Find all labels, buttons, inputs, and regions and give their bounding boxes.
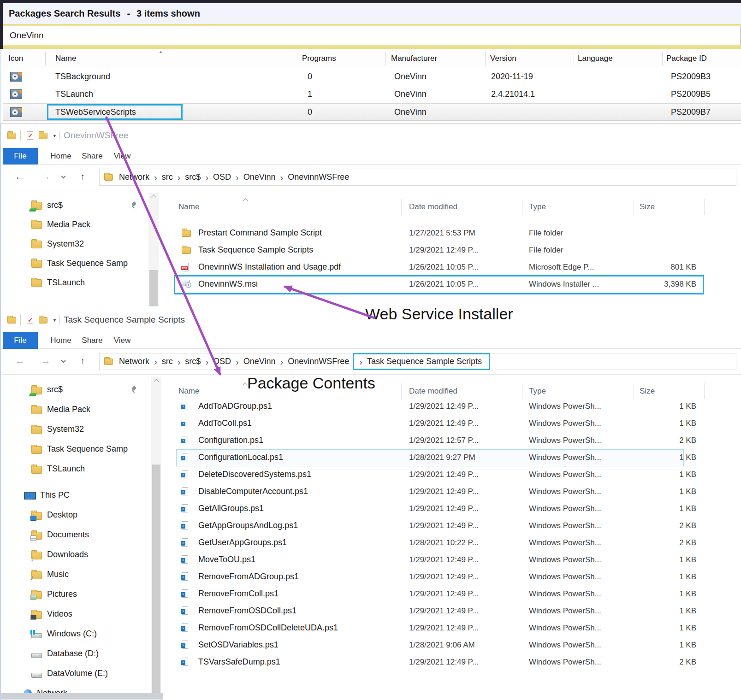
column-header-manufacturer[interactable]: Manufacturer xyxy=(391,54,437,63)
tab-share[interactable]: Share xyxy=(75,148,110,165)
column-divider[interactable] xyxy=(401,383,402,399)
breadcrumb-item-onevinn[interactable]: OneVinn xyxy=(243,172,276,182)
breadcrumb-item-src[interactable]: src$ xyxy=(185,172,201,182)
sidebar-item-documents[interactable]: Documents xyxy=(1,525,148,545)
sidebar-item-videos[interactable]: Videos xyxy=(1,604,148,624)
file-row-onevinnws-installation-and-usage-pdf[interactable]: OnevinnWS Installation and Usage.pdf1/26… xyxy=(162,259,741,276)
sidebar-scrollbar[interactable] xyxy=(151,377,161,699)
column-divider[interactable] xyxy=(634,383,634,399)
new-folder-icon[interactable] xyxy=(39,133,47,139)
scroll-up-icon[interactable] xyxy=(151,194,156,200)
breadcrumb-item-src[interactable]: src xyxy=(162,172,173,182)
sidebar-item-tslaunch[interactable]: TSLaunch xyxy=(1,273,148,292)
sidebar-item-src[interactable]: src$ xyxy=(1,195,148,215)
breadcrumb-item-onevinn[interactable]: OneVinn xyxy=(243,357,276,366)
file-row-addtocoll-ps1[interactable]: AddToColl.ps11/29/2021 12:49 P...Windows… xyxy=(162,415,741,432)
back-button[interactable]: ← xyxy=(15,171,25,182)
column-header-programs[interactable]: Programs xyxy=(302,54,336,63)
column-divider[interactable] xyxy=(45,52,46,65)
sidebar-item-task-sequence-samp[interactable]: Task Sequence Samp xyxy=(1,253,148,273)
up-button[interactable]: ↑ xyxy=(80,355,85,367)
breadcrumb-item-osd[interactable]: OSD xyxy=(213,172,231,182)
tab-file[interactable]: File xyxy=(3,148,38,165)
column-divider[interactable] xyxy=(704,383,705,399)
scrollbar-thumb[interactable] xyxy=(149,270,158,306)
column-header-type[interactable]: Type xyxy=(529,387,546,396)
tab-home[interactable]: Home xyxy=(43,148,78,165)
properties-check-icon[interactable] xyxy=(27,131,33,140)
new-folder-icon[interactable] xyxy=(39,317,47,324)
customize-toolbar-dropdown-icon[interactable]: ▼ xyxy=(53,134,57,138)
scroll-up-icon[interactable] xyxy=(154,379,159,384)
file-row-configurationlocal-ps1[interactable]: ConfigurationLocal.ps11/28/2021 9:27 PMW… xyxy=(162,449,741,466)
sidebar-item-music[interactable]: Music xyxy=(1,565,148,584)
sidebar-item-media-pack[interactable]: Media Pack xyxy=(1,400,148,419)
file-row-configuration-ps1[interactable]: Configuration.ps11/29/2021 12:57 P...Win… xyxy=(162,432,741,449)
recent-locations-chevron-icon[interactable] xyxy=(61,174,66,179)
breadcrumb-item-network[interactable]: Network xyxy=(119,357,149,366)
sidebar-item-windows-c[interactable]: Windows (C:) xyxy=(1,624,148,644)
search-input[interactable] xyxy=(3,26,741,45)
breadcrumb-item-task-sequence-sample-scripts[interactable]: Task Sequence Sample Scripts xyxy=(367,357,482,366)
recent-locations-chevron-icon[interactable] xyxy=(61,359,66,363)
tab-home[interactable]: Home xyxy=(43,332,78,349)
sidebar-item-tslaunch[interactable]: TSLaunch xyxy=(1,459,148,479)
file-row-getuserappgroups-ps1[interactable]: GetUserAppGroups.ps11/28/2021 10:22 P...… xyxy=(162,535,741,552)
column-header-name[interactable]: Name xyxy=(178,387,199,396)
scrollbar-thumb[interactable] xyxy=(152,465,160,695)
sidebar-item-this-pc[interactable]: This PC xyxy=(1,485,148,505)
back-button[interactable]: ← xyxy=(15,355,25,367)
column-header-icon[interactable]: Icon xyxy=(8,54,23,63)
folder-icon[interactable] xyxy=(7,133,16,139)
sidebar-item-datavolume-e[interactable]: DataVolume (E:) xyxy=(1,664,148,683)
sidebar-item-system32[interactable]: System32 xyxy=(1,419,148,439)
column-header-date-modified[interactable]: Date modified xyxy=(409,202,457,212)
sidebar-item-desktop[interactable]: Desktop xyxy=(1,505,148,525)
properties-check-icon[interactable] xyxy=(27,316,33,324)
file-row-onevinnws-msi[interactable]: OnevinnWS.msi1/26/2021 10:05 P...Windows… xyxy=(162,276,741,293)
file-row-task-sequence-sample-scripts[interactable]: Task Sequence Sample Scripts1/29/2021 12… xyxy=(162,242,741,259)
sidebar-horizontal-scrollbar[interactable] xyxy=(1,693,163,700)
file-row-setosdvariables-ps1[interactable]: SetOSDVariables.ps11/28/2021 9:06 AMWind… xyxy=(162,637,741,654)
column-divider[interactable] xyxy=(485,52,486,65)
file-row-removefromcoll-ps1[interactable]: RemoveFromColl.ps11/29/2021 12:49 P...Wi… xyxy=(162,586,741,603)
sidebar-item-pictures[interactable]: Pictures xyxy=(1,584,148,604)
file-row-prestart-command-sample-script[interactable]: Prestart Command Sample Script1/27/2021 … xyxy=(162,225,741,242)
tab-view[interactable]: View xyxy=(106,148,138,165)
breadcrumb-item-src[interactable]: src$ xyxy=(185,357,201,366)
file-row-removefromadgroup-ps1[interactable]: RemoveFromADGroup.ps11/29/2021 12:49 P..… xyxy=(162,569,741,586)
sidebar-item-src[interactable]: src$ xyxy=(1,380,148,400)
column-divider[interactable] xyxy=(662,52,663,65)
table-row[interactable]: TSLaunch1OneVinn2.4.21014.1PS2009B5 xyxy=(3,86,741,103)
file-row-removefromosdcoll-ps1[interactable]: RemoveFromOSDColl.ps11/29/2021 12:49 P..… xyxy=(162,603,741,620)
column-divider[interactable] xyxy=(574,52,574,65)
tab-file[interactable]: File xyxy=(3,332,38,349)
column-divider[interactable] xyxy=(704,199,705,215)
forward-button[interactable]: → xyxy=(41,171,51,182)
column-header-version[interactable]: Version xyxy=(490,54,516,63)
column-divider[interactable] xyxy=(298,52,298,65)
column-divider[interactable] xyxy=(385,52,386,65)
sidebar-item-media-pack[interactable]: Media Pack xyxy=(1,215,148,234)
column-header-size[interactable]: Size xyxy=(640,387,655,396)
up-button[interactable]: ↑ xyxy=(80,171,85,182)
file-row-deletediscoveredsystems-ps1[interactable]: DeleteDiscoveredSystems.ps11/29/2021 12:… xyxy=(162,466,741,483)
column-header-size[interactable]: Size xyxy=(640,202,655,212)
tab-view[interactable]: View xyxy=(106,332,138,349)
column-header-package-id[interactable]: Package ID xyxy=(666,54,707,63)
sidebar-item-downloads[interactable]: Downloads xyxy=(1,545,148,565)
column-header-date-modified[interactable]: Date modified xyxy=(409,387,457,396)
breadcrumb-item-osd[interactable]: OSD xyxy=(213,357,231,366)
breadcrumb-item-network[interactable]: Network xyxy=(119,172,149,182)
column-header-language[interactable]: Language xyxy=(578,54,613,63)
address-bar[interactable]: Network›src›src$›OSD›OneVinn›OnevinnWSFr… xyxy=(99,353,736,370)
column-divider[interactable] xyxy=(401,199,402,215)
file-row-movetoou-ps1[interactable]: MoveToOU.ps11/29/2021 12:49 P...Windows … xyxy=(162,552,741,569)
forward-button[interactable]: → xyxy=(41,355,51,367)
file-row-addtoadgroup-ps1[interactable]: AddToADGroup.ps11/29/2021 12:49 P...Wind… xyxy=(162,398,741,415)
sidebar-item-database-d[interactable]: Database (D:) xyxy=(1,644,148,664)
file-row-removefromosdcolldeleteuda-ps1[interactable]: RemoveFromOSDCollDeleteUDA.ps11/29/2021 … xyxy=(162,620,741,637)
sidebar-item-system32[interactable]: System32 xyxy=(1,234,148,253)
breadcrumb-item-src[interactable]: src xyxy=(162,357,173,366)
file-row-getappgroupsandlog-ps1[interactable]: GetAppGroupsAndLog.ps11/29/2021 12:49 P.… xyxy=(162,518,741,535)
